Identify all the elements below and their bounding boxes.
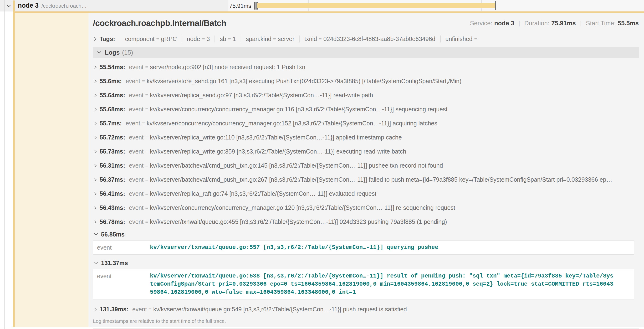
- chevron-right-icon: [94, 149, 97, 154]
- log-row-expanded-header[interactable]: 56.85ms: [93, 229, 639, 240]
- log-field: event: [129, 92, 144, 99]
- log-timestamp: 55.54ms:: [100, 64, 125, 70]
- logs-title: Logs: [105, 49, 120, 56]
- duration-label: Duration:: [524, 20, 550, 27]
- equals-sign: =: [144, 64, 150, 70]
- log-message: kv/kvserver/concurrency/concurrency_mana…: [146, 120, 437, 127]
- log-message: kv/kvserver/concurrency/concurrency_mana…: [150, 204, 455, 211]
- chevron-right-icon: [94, 107, 97, 112]
- tag-txnid: txnid=024d3323-6c8f-4863-aa8b-37ab0e6349…: [299, 36, 440, 42]
- equals-sign: =: [144, 92, 150, 98]
- chevron-down-icon: [94, 261, 99, 265]
- chevron-down-icon[interactable]: [6, 3, 12, 8]
- start-time-value: 55.5ms: [618, 20, 639, 27]
- meta-divider: |: [518, 20, 520, 27]
- chevron-right-icon: [94, 205, 97, 210]
- chevron-right-icon: [94, 36, 97, 42]
- log-timestamp: 131.37ms: [101, 260, 128, 266]
- detail-panel-accent-border: [15, 12, 644, 13]
- span-duration-bar: [257, 3, 495, 8]
- log-row[interactable]: 56.78ms: event = kv/kvserver/txnwait/que…: [93, 215, 639, 229]
- log-message: kv/kvserver/replica_write.go:110 [n3,s3,…: [150, 134, 402, 141]
- logs-count: (15): [122, 49, 133, 56]
- log-field: event: [129, 106, 144, 113]
- duration-value: 75.91ms: [551, 20, 576, 27]
- chevron-right-icon: [94, 163, 97, 168]
- span-title: /cockroach.roachpb.Internal/Batch: [93, 18, 226, 28]
- log-timestamp: 56.37ms:: [100, 176, 125, 183]
- log-timestamp: 55.72ms:: [100, 134, 125, 141]
- equals-sign: =: [144, 205, 150, 211]
- equals-sign: =: [144, 177, 150, 183]
- tags-label: Tags:: [100, 36, 115, 42]
- log-field: event: [129, 134, 144, 141]
- log-field: event: [132, 306, 147, 313]
- span-operation-name: /cockroach.roach…: [42, 3, 87, 9]
- chevron-right-icon: [94, 177, 97, 182]
- log-timestamp: 55.7ms:: [100, 120, 122, 127]
- log-field: event: [129, 162, 144, 169]
- equals-sign: =: [144, 162, 150, 169]
- chevron-right-icon: [94, 135, 97, 140]
- equals-sign: =: [140, 78, 146, 84]
- log-message: server/node.go:902 [n3] node received re…: [150, 64, 305, 70]
- log-row[interactable]: 55.6ms: event = kv/kvserver/store_send.g…: [93, 74, 639, 88]
- log-row[interactable]: 56.43ms: event = kv/kvserver/concurrency…: [93, 201, 639, 215]
- log-message: kv/kvserver/store_send.go:161 [n3,s3] ex…: [146, 78, 462, 85]
- equals-sign: =: [147, 306, 153, 312]
- meta-divider: |: [580, 20, 582, 27]
- log-timestamp: 55.73ms:: [100, 148, 125, 155]
- span-end-marker: [495, 1, 496, 10]
- log-field: event: [97, 244, 150, 252]
- log-detail-text: kv/kvserver/txnwait/queue.go:557 [n3,s3,…: [150, 244, 438, 252]
- chevron-right-icon: [94, 79, 97, 84]
- equals-sign: =: [140, 120, 146, 126]
- tag-sb: sb=1: [214, 36, 240, 42]
- log-row[interactable]: 55.7ms: event = kv/kvserver/concurrency/…: [93, 116, 639, 130]
- log-row[interactable]: 55.68ms: event = kv/kvserver/concurrency…: [93, 102, 639, 116]
- chevron-right-icon: [94, 93, 97, 98]
- tags-accordion[interactable]: Tags: component=gRPC node=3 sb=1 span.ki…: [93, 32, 639, 45]
- log-field: event: [129, 204, 144, 211]
- span-name-cell[interactable]: node 3 /cockroach.roach…: [0, 0, 228, 12]
- log-timestamp: 131.39ms:: [100, 306, 128, 313]
- log-timestamp: 56.43ms:: [100, 204, 125, 211]
- span-row[interactable]: node 3 /cockroach.roach… 75.91ms: [0, 0, 644, 12]
- chevron-right-icon: [94, 219, 97, 224]
- log-row[interactable]: 56.31ms: event = kv/kvserver/batcheval/c…: [93, 158, 639, 172]
- chevron-right-icon: [94, 121, 97, 126]
- tag-span-kind: span.kind=server: [241, 36, 299, 42]
- log-row[interactable]: 55.73ms: event = kv/kvserver/replica_wri…: [93, 144, 639, 158]
- header-divider: [93, 32, 639, 32]
- log-row[interactable]: 56.37ms: event = kv/kvserver/batcheval/c…: [93, 172, 639, 187]
- log-field: event: [129, 190, 144, 197]
- log-row[interactable]: 55.72ms: event = kv/kvserver/replica_wri…: [93, 130, 639, 144]
- log-timestamp: 56.41ms:: [100, 190, 125, 197]
- equals-sign: =: [144, 219, 150, 225]
- log-timestamp: 56.78ms:: [100, 218, 125, 225]
- log-row[interactable]: 55.64ms: event = kv/kvserver/replica_sen…: [93, 88, 639, 102]
- logs-list: 55.54ms: event = server/node.go:902 [n3]…: [93, 58, 639, 329]
- chevron-right-icon: [94, 64, 97, 70]
- log-row-expanded-header[interactable]: 131.37ms: [93, 258, 639, 268]
- log-field: event: [126, 120, 140, 127]
- log-timestamp: 55.6ms:: [100, 78, 122, 85]
- panel-bottom-strip: [93, 328, 639, 329]
- span-duration-label: 75.91ms: [229, 2, 251, 9]
- log-row[interactable]: 131.39ms: event = kv/kvserver/txnwait/qu…: [93, 302, 639, 316]
- detail-header: /cockroach.roachpb.Internal/Batch Servic…: [93, 13, 639, 28]
- equals-sign: =: [144, 106, 150, 112]
- log-message: kv/kvserver/replica_send.go:97 [n3,s3,r6…: [150, 92, 373, 99]
- logs-accordion-header[interactable]: Logs (15): [93, 47, 639, 58]
- equals-sign: =: [144, 191, 150, 197]
- span-timeline-cell[interactable]: 75.91ms: [228, 0, 644, 12]
- span-detail-indent-column: [15, 13, 88, 327]
- start-time-label: Start Time:: [586, 20, 616, 27]
- span-color-bar: [13, 0, 15, 326]
- service-label: Service:: [470, 20, 492, 27]
- log-field: event: [129, 148, 144, 155]
- log-row[interactable]: 56.41ms: event = kv/kvserver/replica_raf…: [93, 187, 639, 201]
- log-row[interactable]: 55.54ms: event = server/node.go:902 [n3]…: [93, 60, 639, 74]
- service-value: node 3: [494, 20, 514, 27]
- chevron-down-icon: [96, 50, 102, 54]
